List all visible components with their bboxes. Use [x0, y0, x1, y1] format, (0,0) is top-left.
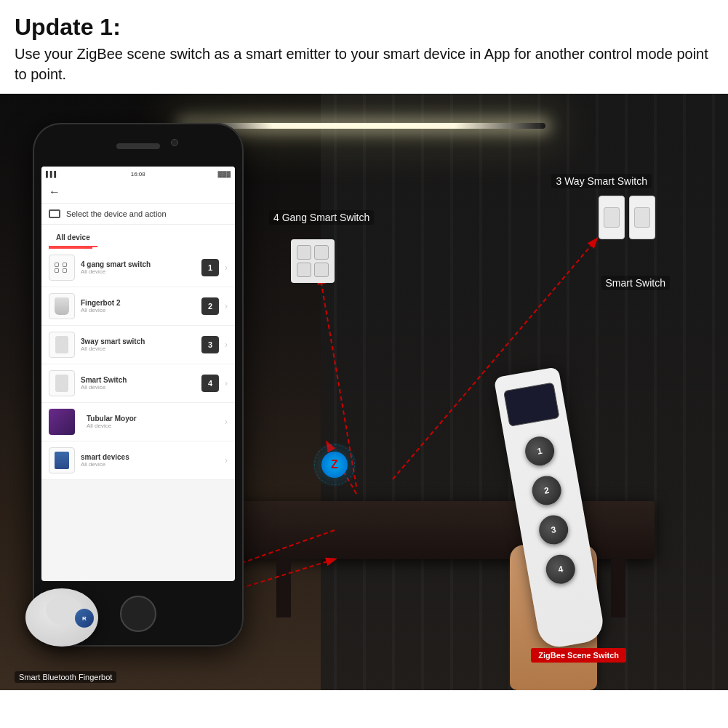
dot-3	[55, 268, 59, 273]
device-icon-smart	[49, 370, 75, 396]
zigbee-scene-switch-badge: ZigBee Scene Switch	[531, 648, 626, 663]
zigbee-outer-ring: Z	[313, 443, 356, 487]
back-arrow-icon[interactable]: ←	[49, 185, 60, 199]
device-name-3: 3way smart switch	[81, 337, 196, 345]
wall-switch-3way-2	[629, 196, 655, 239]
device-icon-3way	[49, 332, 75, 358]
device-info-1: 4 gang smart switch All device	[81, 260, 196, 275]
remote-display	[503, 383, 560, 427]
chevron-right-icon-4: ›	[225, 378, 228, 388]
switch-single-btn-1	[604, 207, 620, 228]
screen-header-text: Select the device and action	[66, 209, 167, 218]
device-grid-icon	[55, 263, 69, 273]
header-section: Update 1: Use your ZigBee scene switch a…	[0, 0, 728, 94]
device-icon-tubular	[49, 409, 75, 435]
robot-vacuum: R	[22, 581, 102, 647]
switch-btn-2	[314, 245, 329, 260]
switch-btn-4	[314, 263, 329, 277]
device-name-6: smart devices	[81, 453, 219, 461]
device-sub-2: All device	[81, 307, 196, 313]
device-sub-3: All device	[81, 345, 196, 352]
chevron-right-icon-5: ›	[225, 417, 228, 427]
phone-mockup: ▌▌▌ 16:08 ▓▓▓ ← Select the device and ac…	[33, 123, 244, 647]
label-4gang: 4 Gang Smart Switch	[269, 210, 374, 225]
device-item-4[interactable]: Smart Switch All device 4 ›	[41, 364, 235, 403]
device-num-1: 1	[201, 259, 219, 276]
dot-4	[63, 268, 67, 273]
switch-single-btn-2	[634, 207, 650, 228]
label-3way: 3 Way Smart Switch	[551, 174, 652, 188]
device-item-5[interactable]: Tubular Moyor All device ›	[41, 403, 235, 441]
device-icon-4gang	[49, 255, 75, 281]
device-sub-5: All device	[87, 423, 219, 429]
ceiling-light	[182, 123, 545, 129]
device-icon-devices	[49, 447, 75, 473]
screen-header: Select the device and action	[41, 204, 235, 225]
zigbee-logo: Z	[313, 443, 356, 487]
device-sub-1: All device	[81, 268, 196, 275]
device-info-2: Fingerbot 2 All device	[81, 299, 196, 313]
wall-switch-3way-1	[599, 196, 625, 239]
remote-button-1[interactable]: 1	[523, 434, 556, 468]
device-list: 4 gang smart switch All device 1 › Finge…	[41, 249, 235, 480]
table-leg-left	[276, 559, 291, 617]
device-icon	[49, 209, 60, 218]
device-icon-fingerbot	[49, 293, 75, 319]
device-info-3: 3way smart switch All device	[81, 337, 196, 352]
switch-icon-smart	[55, 375, 68, 392]
label-robot: Smart Bluetooth Fingerbot	[15, 671, 116, 683]
switch-btn-1	[297, 245, 311, 260]
chevron-right-icon-1: ›	[225, 263, 228, 273]
zigbee-ring-outer	[314, 444, 355, 485]
device-item-3[interactable]: 3way smart switch All device 3 ›	[41, 326, 235, 364]
label-smart-switch: Smart Switch	[601, 276, 670, 290]
device-info-5: Tubular Moyor All device	[87, 415, 219, 429]
device-name-2: Fingerbot 2	[81, 299, 196, 307]
switch-btn-3	[297, 263, 311, 277]
device-item-1[interactable]: 4 gang smart switch All device 1 ›	[41, 249, 235, 287]
device-sub-6: All device	[81, 461, 219, 468]
signal-icon: ▌▌▌	[46, 171, 58, 177]
header-description: Use your ZigBee scene switch as a smart …	[15, 44, 713, 84]
chevron-right-icon-2: ›	[225, 301, 228, 311]
phone-camera	[171, 139, 178, 146]
device-num-4: 4	[201, 375, 219, 392]
header-title: Update 1:	[15, 13, 713, 41]
device-info-4: Smart Switch All device	[81, 376, 196, 391]
wall-switch-4gang	[291, 239, 335, 283]
device-name-5: Tubular Moyor	[87, 415, 219, 423]
device-name-4: Smart Switch	[81, 376, 196, 384]
tab-bar: All device	[41, 225, 235, 249]
wall-switch-3way-group	[599, 196, 655, 239]
device-item-6[interactable]: smart devices All device ›	[41, 441, 235, 480]
device-item-2[interactable]: Fingerbot 2 All device 2 ›	[41, 287, 235, 326]
device-num-2: 2	[201, 297, 219, 315]
device-name-1: 4 gang smart switch	[81, 260, 196, 268]
device-num-3: 3	[201, 336, 219, 353]
vacuum-body: R	[25, 588, 98, 647]
status-bar: ▌▌▌ 16:08 ▓▓▓	[41, 167, 235, 181]
remote-button-2[interactable]: 2	[529, 474, 563, 508]
phone-home-button[interactable]	[120, 596, 156, 632]
device-sub-4: All device	[81, 384, 196, 391]
time-display: 16:08	[131, 171, 145, 177]
phone-speaker	[116, 143, 160, 149]
device-info-6: smart devices All device	[81, 453, 219, 468]
chevron-right-icon-6: ›	[225, 455, 228, 465]
vacuum-top: R	[46, 596, 82, 625]
dot-1	[55, 263, 59, 267]
phone-screen: ▌▌▌ 16:08 ▓▓▓ ← Select the device and ac…	[41, 167, 235, 581]
fingerbot-icon	[55, 297, 69, 315]
all-device-tab[interactable]: All device	[49, 229, 97, 247]
remote-button-3[interactable]: 3	[537, 513, 570, 547]
chevron-right-icon-3: ›	[225, 340, 228, 350]
battery-icon: ▓▓▓	[217, 171, 231, 177]
remote-button-4[interactable]: 4	[544, 553, 577, 586]
dot-2	[63, 263, 67, 267]
devices-icon	[55, 452, 69, 469]
main-area: ▌▌▌ 16:08 ▓▓▓ ← Select the device and ac…	[0, 94, 728, 690]
screen-nav: ←	[41, 181, 235, 204]
switch-icon-3way	[55, 336, 68, 353]
vacuum-logo: R	[75, 609, 94, 628]
